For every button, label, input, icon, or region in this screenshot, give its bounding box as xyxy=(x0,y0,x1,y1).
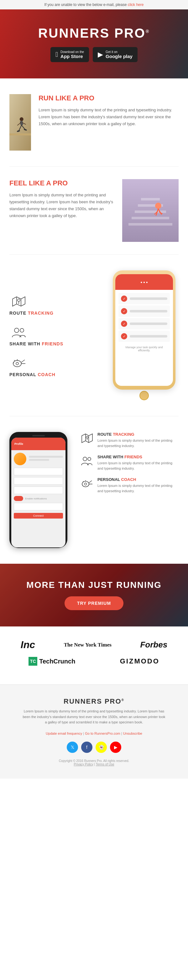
run-like-pro-body: Lorem Ipsum is simply dummy text of the … xyxy=(38,107,179,127)
svg-point-23 xyxy=(17,299,20,301)
run-like-pro-text: RUN LIKE A PRO Lorem Ipsum is simply dum… xyxy=(38,94,179,127)
feel-like-pro-text: FEEL LIKE A PRO Lorem Ipsum is simply du… xyxy=(9,179,115,219)
feel-like-pro-section: FEEL LIKE A PRO Lorem Ipsum is simply du… xyxy=(0,167,188,255)
footer-section: RUNNERS PRO® Lorem Ipsum is simply dummy… xyxy=(0,685,188,779)
dark-phone-section: Profile Enable notific xyxy=(0,416,188,564)
people-icon xyxy=(9,325,28,340)
twitter-icon[interactable]: 𝕏 xyxy=(67,741,78,753)
features-list: ROUTE TRACKING SHARE WITH FRIENDS xyxy=(9,294,100,377)
whistle-icon-2 xyxy=(80,477,94,490)
feature2-coach-text: PERSONAL COACH Lorem Ipsum is simply dum… xyxy=(98,477,179,493)
try-premium-button[interactable]: TRY PREMIUM xyxy=(65,597,123,610)
feature-route-title: ROUTE TRACKING xyxy=(9,310,100,316)
hero-title: RUNNERS PRO® xyxy=(38,26,150,41)
task-line-2 xyxy=(130,310,167,312)
svg-rect-0 xyxy=(9,133,31,135)
top-bar: If you are unable to view the below e-ma… xyxy=(0,0,188,10)
facebook-icon[interactable]: f xyxy=(81,741,92,753)
youtube-icon[interactable]: ▶ xyxy=(110,741,121,753)
inc-logo: Inc xyxy=(21,639,35,651)
unsubscribe-link[interactable]: Unsubscribe xyxy=(123,732,142,735)
svg-point-26 xyxy=(20,328,24,332)
toggle-row: Enable notifications xyxy=(14,496,63,501)
svg-point-37 xyxy=(86,436,88,438)
appstore-button[interactable]:  Download on the App Store xyxy=(51,47,89,62)
runner-svg xyxy=(9,97,31,151)
form-field-4 xyxy=(14,503,63,511)
profile-line-1 xyxy=(29,456,63,458)
cta-background xyxy=(0,564,188,627)
map-icon-svg xyxy=(11,295,27,308)
runner-image xyxy=(9,94,31,151)
phone-mockup: ● ● ● ✓ ✓ ✓ ✓ xyxy=(110,270,179,400)
map-icon xyxy=(9,294,28,309)
form-field-2 xyxy=(14,477,63,485)
privacy-policy-link[interactable]: Privacy Policy xyxy=(74,763,93,766)
whistle-icon-2-svg xyxy=(81,478,93,489)
feature2-coach-title: PERSONAL COACH xyxy=(98,477,179,482)
footer-description: Lorem Ipsum is simply dummy text of the … xyxy=(22,709,166,725)
svg-point-27 xyxy=(13,360,21,367)
tc-icon: TC xyxy=(28,657,37,666)
svg-point-44 xyxy=(84,483,87,485)
feature2-share-body: Lorem Ipsum is simply dummy text of the … xyxy=(98,460,179,471)
phone-outer: ● ● ● ✓ ✓ ✓ ✓ xyxy=(113,270,175,390)
form-field-1 xyxy=(14,468,63,475)
dark-phone-screen: Profile Enable notific xyxy=(11,438,65,547)
toggle-switch xyxy=(14,496,23,501)
svg-line-3 xyxy=(19,125,22,131)
feel-like-pro-heading: FEEL LIKE A PRO xyxy=(9,179,115,187)
svg-point-40 xyxy=(88,457,91,460)
svg-point-41 xyxy=(82,481,89,487)
svg-rect-10 xyxy=(128,223,172,226)
feature2-route-title: ROUTE TRACKING xyxy=(98,432,179,437)
google-line2: Google play xyxy=(106,54,133,59)
feature2-share-friends: SHARE WITH FRIENDS Lorem Ipsum is simply… xyxy=(80,455,179,471)
go-to-site-link[interactable]: Go to RunnersPro.com xyxy=(85,732,120,735)
dark-phone-body: Enable notifications Connect xyxy=(11,450,65,521)
appstore-line2: App Store xyxy=(60,54,84,59)
profile-line-2 xyxy=(29,459,49,461)
whistle-icon-svg xyxy=(11,357,27,369)
phone-home-button xyxy=(139,391,149,400)
feature-route-tracking: ROUTE TRACKING xyxy=(9,294,100,316)
svg-point-30 xyxy=(16,362,19,365)
feature2-coach-body: Lorem Ipsum is simply dummy text of the … xyxy=(98,483,179,493)
people-icon-2-svg xyxy=(81,455,93,466)
terms-of-use-link[interactable]: Terms of Use xyxy=(96,763,114,766)
feature-coach-title: PERSONAL COACH xyxy=(9,372,100,377)
toggle-label: Enable notifications xyxy=(25,497,47,500)
svg-point-25 xyxy=(14,328,19,332)
phone-screen-header: ● ● ● xyxy=(115,274,173,290)
update-email-link[interactable]: Update email frequency xyxy=(46,732,82,735)
topbar-text: If you are unable to view the below e-ma… xyxy=(44,3,127,7)
press-row-2: TC TechCrunch GIZMODO xyxy=(9,657,179,666)
feel-like-pro-body: Lorem Ipsum is simply dummy text of the … xyxy=(9,192,115,219)
google-play-button[interactable]: ▶ Get it on Google play xyxy=(93,47,137,62)
click-here-link[interactable]: click here xyxy=(128,3,144,7)
people-icon-2 xyxy=(80,455,94,467)
footer-links: Update email frequency | Go to RunnersPr… xyxy=(9,732,179,735)
hero-content: RUNNERS PRO®  Download on the App Store… xyxy=(38,26,150,62)
feature2-route-tracking: ROUTE TRACKING Lorem Ipsum is simply dum… xyxy=(80,432,179,448)
svg-rect-11 xyxy=(131,217,169,219)
svg-line-28 xyxy=(21,360,25,362)
map-icon-2 xyxy=(80,432,94,444)
svg-line-4 xyxy=(22,125,25,129)
dark-phone-mockup: Profile Enable notific xyxy=(9,432,72,548)
contact-button: Connect xyxy=(14,513,63,519)
app-buttons:  Download on the App Store ▶ Get it on … xyxy=(38,47,150,62)
whistle-icon xyxy=(9,355,28,371)
form-field-3 xyxy=(14,487,63,494)
svg-point-15 xyxy=(155,203,161,209)
press-section: Inc The New York Times Forbes TC TechCru… xyxy=(0,627,188,684)
feature-share-title: SHARE WITH FRIENDS xyxy=(9,341,100,346)
feature2-personal-coach: PERSONAL COACH Lorem Ipsum is simply dum… xyxy=(80,477,179,493)
feature2-share-title: SHARE WITH FRIENDS xyxy=(98,455,179,459)
appstore-line1: Download on the xyxy=(60,50,84,54)
task-check-4: ✓ xyxy=(121,333,127,339)
run-like-pro-heading: RUN LIKE A PRO xyxy=(38,94,179,102)
task-item-3: ✓ xyxy=(118,318,170,329)
forbes-logo: Forbes xyxy=(140,640,167,650)
snapchat-icon[interactable]: 👻 xyxy=(96,741,107,753)
